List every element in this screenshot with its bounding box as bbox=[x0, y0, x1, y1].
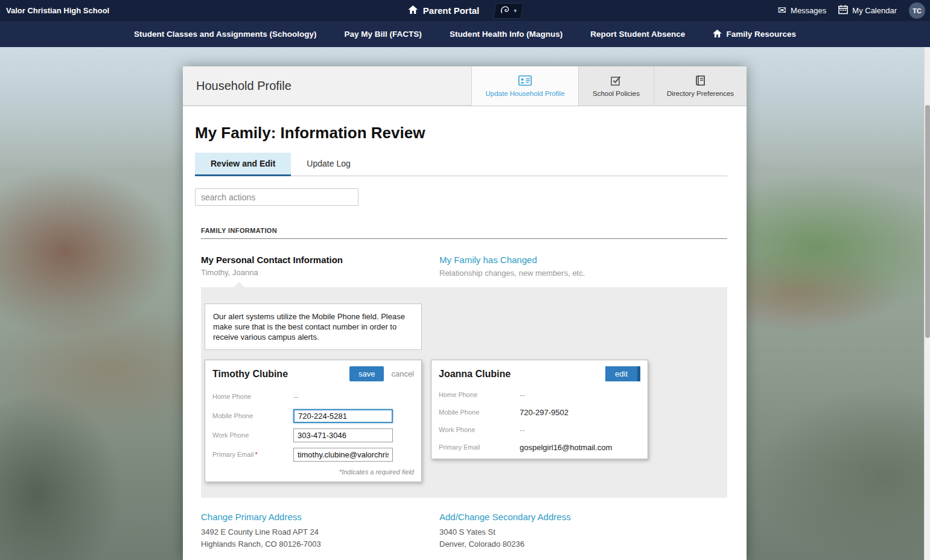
primary-email-value: gospelgirl16@hotmail.com bbox=[520, 443, 612, 452]
directory-book-icon bbox=[696, 75, 705, 87]
alert-message: Our alert systems utilize the Mobile Pho… bbox=[205, 304, 422, 350]
mobile-phone-row: Mobile Phone bbox=[212, 409, 414, 423]
contact-row: My Personal Contact Information Timothy,… bbox=[201, 255, 727, 278]
nav-item-family-resources[interactable]: Family Resources bbox=[713, 30, 796, 39]
primary-email-input[interactable] bbox=[293, 448, 393, 462]
change-primary-address-link[interactable]: Change Primary Address bbox=[201, 512, 302, 522]
work-phone-row: Work Phone -- bbox=[439, 424, 640, 435]
chevron-down-icon: ▾ bbox=[514, 8, 517, 14]
secondary-address-line1: 3040 S Yates St bbox=[439, 527, 727, 536]
home-phone-row: Home Phone -- bbox=[439, 389, 640, 400]
messages-label: Messages bbox=[791, 6, 826, 15]
home-phone-value: -- bbox=[520, 390, 525, 399]
family-changed-subtext: Relationship changes, new members, etc. bbox=[439, 269, 727, 278]
tab-update-log[interactable]: Update Log bbox=[291, 153, 366, 176]
nav-item-student-health[interactable]: Student Health Info (Magnus) bbox=[450, 30, 562, 39]
my-calendar-button[interactable]: My Calendar bbox=[838, 5, 897, 16]
home-phone-value: -- bbox=[293, 392, 299, 401]
nav-item-pay-my-bill[interactable]: Pay My Bill (FACTS) bbox=[345, 30, 422, 39]
messages-icon: ✉ bbox=[778, 5, 786, 16]
top-bar-right: ✉ Messages My Calendar TC bbox=[778, 0, 925, 21]
school-logo-dropdown[interactable]: ▾ bbox=[493, 3, 523, 19]
panel-notch bbox=[234, 282, 244, 287]
mobile-phone-label: Mobile Phone bbox=[439, 409, 520, 416]
portal-title: Parent Portal bbox=[423, 5, 479, 16]
primary-email-label: Primary Email* bbox=[212, 451, 293, 458]
calendar-icon bbox=[838, 5, 848, 16]
work-phone-input[interactable] bbox=[293, 428, 393, 442]
nav-item-report-absence[interactable]: Report Student Absence bbox=[590, 30, 685, 39]
mobile-phone-label: Mobile Phone bbox=[212, 412, 293, 419]
tab-review-and-edit[interactable]: Review and Edit bbox=[195, 153, 291, 176]
review-subtabs: Review and Edit Update Log bbox=[195, 153, 727, 176]
tab-directory-preferences[interactable]: Directory Preferences bbox=[654, 66, 747, 106]
household-profile-header: Household Profile Update Household Profi… bbox=[183, 66, 747, 106]
search-actions-input[interactable] bbox=[195, 188, 358, 206]
household-profile-card: Household Profile Update Household Profi… bbox=[183, 66, 747, 560]
nav-item-schoology[interactable]: Student Classes and Assignments (Schoolo… bbox=[134, 30, 317, 39]
primary-address-line1: 3492 E County Line Road APT 24 bbox=[201, 527, 439, 536]
primary-email-row: Primary Email gospelgirl16@hotmail.com bbox=[439, 442, 640, 453]
home-phone-row: Home Phone -- bbox=[212, 389, 414, 404]
school-name: Valor Christian High School bbox=[6, 0, 109, 21]
school-logo-icon bbox=[500, 5, 511, 17]
user-avatar[interactable]: TC bbox=[909, 2, 925, 19]
addresses-row: Change Primary Address 3492 E County Lin… bbox=[201, 512, 727, 549]
contact-members: Timothy, Joanna bbox=[201, 268, 439, 277]
tab-school-policies[interactable]: School Policies bbox=[578, 66, 654, 106]
id-card-icon bbox=[518, 75, 532, 87]
messages-button[interactable]: ✉ Messages bbox=[778, 5, 827, 16]
person-name: Timothy Clubine bbox=[212, 369, 288, 380]
primary-email-label: Primary Email bbox=[439, 444, 520, 451]
edit-button[interactable]: edit bbox=[605, 366, 640, 381]
work-phone-value: -- bbox=[520, 425, 525, 434]
nav-family-resources-label: Family Resources bbox=[726, 30, 796, 39]
person-name: Joanna Clubine bbox=[439, 369, 511, 380]
mobile-phone-input[interactable] bbox=[293, 409, 393, 423]
scrollbar[interactable] bbox=[924, 47, 930, 560]
personal-contact-info-item[interactable]: My Personal Contact Information bbox=[201, 255, 439, 265]
portal-title-group: Parent Portal ▾ bbox=[408, 0, 522, 21]
home-phone-label: Home Phone bbox=[439, 391, 520, 398]
home-phone-label: Home Phone bbox=[212, 393, 293, 400]
add-change-secondary-address-link[interactable]: Add/Change Secondary Address bbox=[439, 512, 571, 522]
work-phone-label: Work Phone bbox=[212, 431, 293, 439]
my-calendar-label: My Calendar bbox=[852, 6, 897, 15]
mobile-phone-row: Mobile Phone 720-297-9502 bbox=[439, 407, 640, 418]
work-phone-row: Work Phone bbox=[212, 428, 414, 442]
household-profile-title: Household Profile bbox=[196, 66, 291, 106]
tab-update-household-profile[interactable]: Update Household Profile bbox=[471, 66, 578, 106]
required-field-note: *Indicates a required field bbox=[212, 468, 414, 476]
mobile-phone-value: 720-297-9502 bbox=[520, 408, 569, 417]
checkbox-check-icon bbox=[611, 75, 622, 87]
family-information-section: FAMILY INFORMATION My Personal Contact I… bbox=[201, 227, 727, 549]
primary-address-line2: Highlands Ranch, CO 80126-7003 bbox=[201, 539, 439, 549]
home-icon bbox=[408, 5, 418, 16]
tab-label: School Policies bbox=[593, 90, 640, 97]
cancel-link[interactable]: cancel bbox=[391, 369, 414, 378]
secondary-address-line2: Denver, Colorado 80236 bbox=[439, 539, 727, 549]
family-information-heading: FAMILY INFORMATION bbox=[201, 227, 727, 239]
home-icon bbox=[713, 30, 722, 39]
family-changed-link[interactable]: My Family has Changed bbox=[439, 255, 537, 265]
joanna-card: Joanna Clubine edit Home Phone -- Mobile… bbox=[431, 360, 648, 459]
person-cards: Timothy Clubine save cancel Home Phone -… bbox=[205, 360, 727, 482]
required-asterisk: * bbox=[255, 451, 257, 458]
profile-header-tabs: Update Household Profile School Policies… bbox=[471, 66, 747, 106]
tab-label: Update Household Profile bbox=[485, 90, 564, 97]
save-button[interactable]: save bbox=[349, 366, 384, 381]
scrollbar-thumb[interactable] bbox=[925, 105, 930, 338]
tab-label: Directory Preferences bbox=[667, 90, 734, 97]
primary-email-row: Primary Email* bbox=[212, 447, 414, 462]
page-title: My Family: Information Review bbox=[195, 124, 727, 142]
timothy-card: Timothy Clubine save cancel Home Phone -… bbox=[205, 360, 422, 482]
quick-links-nav: Student Classes and Assignments (Schoolo… bbox=[0, 21, 930, 47]
top-bar: Valor Christian High School Parent Porta… bbox=[0, 0, 930, 21]
contact-edit-panel: Our alert systems utilize the Mobile Pho… bbox=[201, 287, 727, 498]
parent-portal-page: Valor Christian High School Parent Porta… bbox=[0, 0, 930, 560]
work-phone-label: Work Phone bbox=[439, 426, 520, 433]
profile-card-body: My Family: Information Review Review and… bbox=[183, 106, 747, 560]
